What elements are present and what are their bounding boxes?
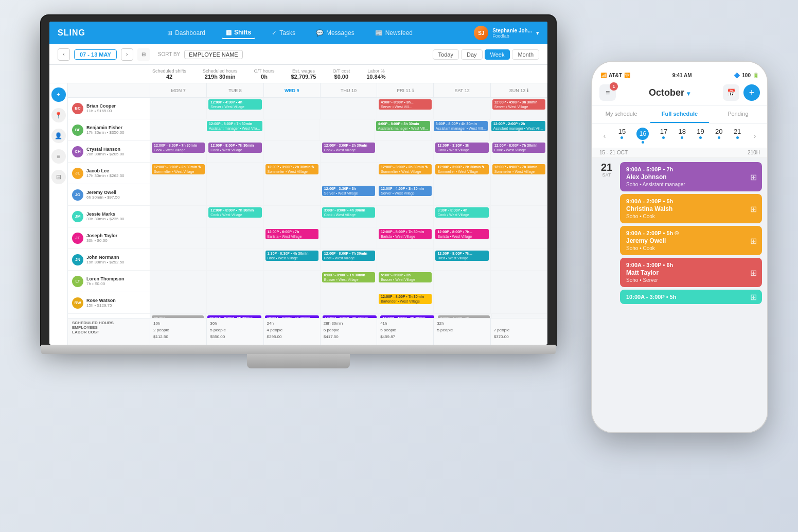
- shift-block[interactable]: 12:00P - 8:00P • 7h...Host • West Villag…: [435, 251, 488, 261]
- shift-block[interactable]: 3:30P - 8:00P • 4hCook • West Village: [435, 207, 488, 218]
- totals-mon: 10h2 people$112.50: [150, 318, 207, 345]
- week-day-17: 17: [660, 128, 667, 144]
- tasks-icon: ✓: [272, 29, 277, 37]
- shift-block[interactable]: 4:00P - 8:00P • 3h 30minAssistant manage…: [376, 121, 430, 131]
- prev-week-arrow[interactable]: ‹: [598, 130, 611, 142]
- totals-row: SCHEDULED HOURS EMPLOYEES LABOR COST 10h…: [68, 318, 547, 345]
- user-avatar[interactable]: SJ: [474, 26, 488, 40]
- prev-week-button[interactable]: ‹: [58, 48, 70, 61]
- date-number-box: 21 SAT: [597, 162, 616, 178]
- shift-block[interactable]: 12:00P - 8:00P • 7h 30minSommelier • Wes…: [492, 164, 545, 174]
- cell-joseph-wed: 12:00P - 6:00P • 7hBarista • West Villag…: [264, 227, 321, 249]
- cell-crystal-thu: 12:00P - 3:00P • 2h 30minCook • West Vil…: [321, 141, 377, 162]
- shift-block[interactable]: 12:00P - 3:30P • 3hServer • West Village: [322, 186, 375, 196]
- list-icon[interactable]: ≡: [51, 149, 66, 164]
- cell-joseph-fri: 12:00P - 8:00P • 7h 30minBarista • West …: [377, 227, 434, 249]
- status-left: 📶 AT&T 🛜: [600, 73, 630, 78]
- employee-row-stephanie: SJ Stephanie Johnson 40h • $800.00: [68, 314, 150, 318]
- shift-block[interactable]: 12:00P - 8:00P • 7h 30minCook • West Vil…: [208, 207, 261, 218]
- week-day-16[interactable]: 16: [636, 128, 649, 144]
- shift-block[interactable]: 12:00P - 8:00P • 7h 30minCook • West Vil…: [492, 143, 545, 153]
- shift-block[interactable]: 4:00P - 8:00P • 3h...Server • West Vill.…: [379, 99, 432, 110]
- shift-block[interactable]: 12:00P - 4:00P • 3h 30minServer • West V…: [379, 186, 432, 196]
- shift-block[interactable]: 3:00P - 8:00P • 4h 30minCook • West Vill…: [322, 207, 375, 218]
- sort-dropdown[interactable]: EMPLOYEE NAME: [184, 50, 242, 59]
- status-time: 9:41 AM: [672, 73, 692, 78]
- shift-block[interactable]: 12:00P - 3:00P • 2h 30min ✎Sommelier • W…: [435, 164, 488, 174]
- messages-icon: 💬: [316, 29, 324, 37]
- today-button[interactable]: Today: [433, 49, 459, 60]
- tab-full-schedule[interactable]: Full schedule: [650, 105, 708, 123]
- shift-block[interactable]: 12:00P - 2:00P • 2hAssistant manager • W…: [491, 121, 545, 131]
- shift-block[interactable]: 5:30P - 8:00P • 2hBusser • West Village: [379, 272, 432, 282]
- shift-block[interactable]: 12:00P - 4:00P • 3h 30minServer • West V…: [492, 99, 545, 110]
- tab-my-schedule[interactable]: My schedule: [592, 105, 650, 123]
- next-week-button[interactable]: ›: [121, 48, 133, 61]
- grid-view-button[interactable]: ⊟: [137, 48, 150, 61]
- filter-icon[interactable]: ⊟: [51, 170, 66, 184]
- phone-shift-card-extra[interactable]: 10:00A - 3:00P • 5h ⊞: [620, 290, 762, 304]
- phone-shift-card-jeremy[interactable]: 9:00A - 2:00P • 5h © Jeremy Owell Soho •…: [620, 226, 762, 255]
- cell-jessie-mon: [150, 206, 207, 227]
- user-dropdown-icon[interactable]: ▾: [536, 30, 539, 37]
- nav-dashboard[interactable]: ⊞ Dashboard: [163, 27, 209, 39]
- week-view-button[interactable]: Week: [485, 49, 510, 60]
- shift-block[interactable]: 12:00P - 4:30P • 4hServer • West Village: [208, 99, 261, 110]
- carrier-name: AT&T: [609, 73, 622, 78]
- stat-labor-pct: Labor % 10.84%: [366, 68, 385, 80]
- filter-button[interactable]: ≡ 1: [599, 84, 616, 101]
- next-week-arrow[interactable]: ›: [749, 130, 761, 142]
- stat-ot-hours: O/T hours 0h: [254, 68, 275, 80]
- people-icon[interactable]: 👤: [51, 129, 66, 143]
- shift-block[interactable]: 12:00P - 8:00P • 7h 30minCook • West Vil…: [208, 143, 261, 153]
- nav-shifts[interactable]: ▦ Shifts: [222, 27, 255, 39]
- shift-block[interactable]: 6:00P - 8:00P • 1h 30minBusser • West Vi…: [322, 272, 375, 282]
- shift-block[interactable]: 12:00P - 8:00P • 7h 30minBarista • West …: [379, 229, 432, 239]
- cell-loren-mon: [150, 271, 207, 292]
- month-dropdown-icon[interactable]: ▾: [687, 90, 690, 97]
- phone-shift-card-alex[interactable]: 9:00A - 5:00P • 7h Alex Johnson Soho • A…: [620, 162, 762, 191]
- grid-row-rose: 12:00P - 8:00P • 7h 30minBartender • Wes…: [150, 292, 547, 314]
- day-view-button[interactable]: Day: [461, 49, 483, 60]
- add-shift-button[interactable]: +: [743, 84, 760, 101]
- shift-block[interactable]: 12:00P - 8:00P • 7h 30minCook • West Vil…: [152, 143, 205, 153]
- filter-icon: ≡: [606, 88, 610, 97]
- add-shift-button[interactable]: +: [51, 87, 66, 102]
- days-grid: MON 7 TUE 8 WED 9 THU 10 FRI 11 ℹ SAT 12…: [150, 83, 547, 318]
- shift-block[interactable]: 12:00P - 3:00P • 2h 30minCook • West Vil…: [322, 143, 375, 153]
- nav-user: SJ Stephanie Joh... Foodlab ▾: [474, 26, 539, 40]
- phone-shift-card-christina[interactable]: 9:00A - 2:00P • 5h Christina Walsh Soho …: [620, 194, 762, 223]
- shift-block[interactable]: 12:00P - 8:00P • 7h 30minAssistant manag…: [207, 121, 262, 131]
- shift-block[interactable]: 12:00P - 3:00P • 2h 30min ✎Sommelier • W…: [152, 164, 205, 174]
- month-view-button[interactable]: Month: [512, 49, 539, 60]
- cell-rose-sat: [434, 292, 490, 313]
- totals-tue: 36h5 people$550.00: [207, 318, 263, 345]
- totals-fri: 41h5 people$459.87: [377, 318, 434, 345]
- week-day-18: 18: [679, 128, 686, 144]
- shift-block[interactable]: 12:00P - 3:00P • 2h 30min ✎Sommelier • W…: [379, 164, 432, 174]
- shift-block[interactable]: 1:30P - 6:30P • 4h 30minHost • West Vill…: [265, 251, 318, 261]
- phone-shift-card-matt[interactable]: 9:00A - 3:00P • 6h Matt Taylor Soho • Se…: [620, 258, 762, 287]
- nav-tasks[interactable]: ✓ Tasks: [268, 27, 299, 39]
- day-header-sat: SAT 12: [434, 83, 490, 97]
- location-filter-icon[interactable]: 📍: [51, 108, 66, 122]
- cell-john-thu: 12:00P - 8:00P • 7h 30minHost • West Vil…: [321, 249, 377, 270]
- shift-cards-inner: 9:00A - 5:00P • 7h Alex Johnson Soho • A…: [620, 162, 762, 304]
- shift-block[interactable]: 12:00P - 8:00P • 7h 30minHost • West Vil…: [322, 251, 375, 261]
- cell-rose-sun: [491, 292, 547, 313]
- tab-pending[interactable]: Pending: [709, 105, 767, 123]
- shift-block[interactable]: 12:00P - 6:00P • 7hBarista • West Villag…: [265, 229, 318, 239]
- shift-block[interactable]: 12:00P - 8:00P • 7h 30minBartender • Wes…: [379, 294, 432, 304]
- shift-block[interactable]: 12:00P - 3:30P • 3hCook • West Village: [435, 143, 488, 153]
- nav-messages[interactable]: 💬 Messages: [312, 27, 359, 39]
- nav-newsfeed[interactable]: 📰 Newsfeed: [371, 27, 417, 39]
- phone-shift-list: 21 SAT 9:00A - 5:00P • 7h Alex Johnson S…: [592, 158, 767, 432]
- shift-block[interactable]: 12:00P - 8:00P • 7h...Barista • West Vil…: [435, 229, 488, 239]
- totals-cost-label: LABOR COST: [72, 330, 146, 334]
- shift-block[interactable]: 12:00P - 3:00P • 2h 30min ✎Sommelier • W…: [265, 164, 318, 174]
- cell-crystal-mon: 12:00P - 8:00P • 7h 30minCook • West Vil…: [150, 141, 207, 162]
- schedule-grid: BC Brian Cooper 11h • $165.00 BF Benjami…: [68, 83, 547, 318]
- calendar-icon-button[interactable]: 📅: [723, 84, 739, 101]
- top-navigation: SLING ⊞ Dashboard ▦ Shifts ✓ Tasks: [49, 22, 547, 44]
- shift-block[interactable]: 3:00P - 8:00P • 4h 30minAssistant manage…: [434, 121, 488, 131]
